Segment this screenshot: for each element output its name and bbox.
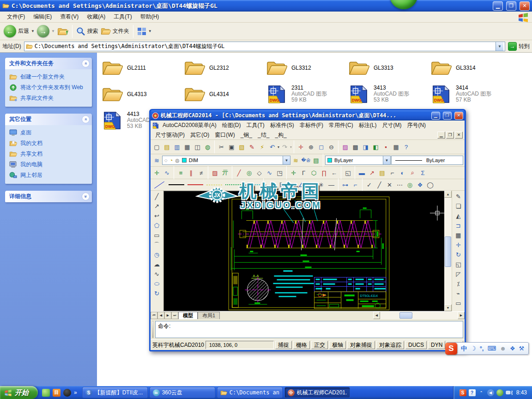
layer-states-icon[interactable] <box>291 156 301 165</box>
quicklaunch-360-icon[interactable] <box>42 389 50 397</box>
sheet-set-icon[interactable] <box>381 142 391 151</box>
radius-dim-icon[interactable] <box>398 168 407 177</box>
insert-block-icon[interactable] <box>275 168 284 177</box>
ducs-toggle[interactable]: DUCS <box>405 341 427 349</box>
hatch-icon[interactable] <box>210 168 220 177</box>
cad-menu-serial[interactable]: 序号(N) <box>404 121 429 130</box>
divide-icon[interactable] <box>286 180 296 189</box>
canvas-hscrollbar[interactable]: ◀ ▶ <box>373 312 465 319</box>
back-button[interactable]: ← 后退 ▼ <box>4 25 35 37</box>
zoom-realtime-icon[interactable] <box>306 142 316 151</box>
close-button[interactable]: ✕ <box>520 1 530 11</box>
ime-language-toggle[interactable]: 中 <box>461 345 467 353</box>
match-properties-icon[interactable] <box>247 142 257 151</box>
publish-icon[interactable] <box>203 142 212 151</box>
quicklaunch-overflow-icon[interactable]: » <box>74 389 77 396</box>
arrow-icon[interactable] <box>329 168 339 177</box>
ime-account-icon[interactable]: ☻ <box>500 345 506 352</box>
node-icon[interactable] <box>340 180 350 189</box>
collapse-chevron-icon[interactable]: » <box>82 115 90 123</box>
clock[interactable]: 8:43 <box>516 389 527 396</box>
osnap-endpoint-icon[interactable] <box>364 180 374 189</box>
tab-model[interactable]: 模型 <box>178 312 198 319</box>
leader-icon[interactable] <box>299 168 308 177</box>
osnap-quadrant-icon[interactable] <box>415 180 425 189</box>
restore-button[interactable]: ❐ <box>506 1 516 11</box>
trim-icon[interactable] <box>453 279 464 289</box>
file-tile-gl4314[interactable]: GL4314 <box>181 82 264 106</box>
zoom-previous-icon[interactable] <box>326 142 336 151</box>
file-tile-gl2312[interactable]: GL2312 <box>181 56 264 79</box>
dyn-toggle[interactable]: DYN <box>428 341 445 349</box>
designcenter-icon[interactable] <box>371 142 381 151</box>
taskbar-task-cad[interactable]: ✣ 机械工程师CAD201... <box>284 387 350 398</box>
cad-menu-draw[interactable]: 绘图(D) <box>219 121 244 130</box>
cad-menu-gou[interactable]: _构_ <box>272 130 289 140</box>
color-combo-dropdown-icon[interactable]: ▼ <box>383 156 390 164</box>
sum-icon[interactable] <box>418 168 428 177</box>
rotate-icon[interactable] <box>453 250 464 260</box>
cad-menu-annotate[interactable]: 标注(L) <box>356 121 380 130</box>
up-button[interactable] <box>57 26 68 36</box>
arc-icon[interactable] <box>151 240 162 250</box>
polar-toggle[interactable]: 极轴 <box>329 341 346 349</box>
text-block-icon[interactable] <box>357 168 367 177</box>
layer-isolate-icon[interactable] <box>311 156 321 165</box>
tab-first-icon[interactable]: ⏮ <box>151 312 157 319</box>
place-network[interactable]: 网上邻居 <box>9 172 89 179</box>
rectangle-icon[interactable] <box>151 230 162 240</box>
otrack-toggle[interactable]: 对象追踪 <box>376 341 404 349</box>
parallel-lines-icon[interactable] <box>176 168 186 177</box>
address-dropdown-icon[interactable]: ▼ <box>496 42 503 51</box>
zoom-window-icon[interactable] <box>316 142 326 151</box>
offset-icon[interactable] <box>453 221 464 230</box>
taskbar-task-360cloud[interactable]: ∞ 360云盘 <box>150 387 215 398</box>
block-editor-icon[interactable] <box>257 142 267 151</box>
line-icon[interactable] <box>151 192 162 201</box>
concentric-icon[interactable] <box>244 168 254 177</box>
expand-chevron-icon[interactable]: » <box>82 193 90 200</box>
dash-icon[interactable] <box>326 180 336 189</box>
line-sample-yellow-icon[interactable] <box>206 185 222 185</box>
color-combo[interactable]: ByLayer ▼ <box>325 156 391 165</box>
cad-close-button[interactable]: ✕ <box>454 112 463 120</box>
mirror-icon[interactable] <box>453 211 464 221</box>
ime-fullhalf-moon-icon[interactable]: ☽ <box>471 345 476 352</box>
file-tile-3413[interactable]: DWG 3413AutoCAD 图形53 KB <box>346 82 428 106</box>
undo-icon[interactable] <box>267 142 277 151</box>
command-grip[interactable] <box>152 321 154 338</box>
address-input[interactable]: C:\Documents and Settings\Administrator\… <box>24 42 505 51</box>
line-sample-thick-icon[interactable] <box>169 184 184 185</box>
tab-last-icon[interactable]: ⏭ <box>171 312 178 319</box>
shape-icon[interactable] <box>254 168 264 177</box>
preview-icon[interactable] <box>193 142 202 151</box>
cad-menu-common-parts[interactable]: 常用件(C) <box>326 121 356 130</box>
tray-help-icon[interactable]: ? <box>469 389 476 396</box>
place-my-computer[interactable]: 我的电脑 <box>9 161 89 168</box>
copy-icon[interactable] <box>453 201 464 211</box>
layer-combo-dropdown-icon[interactable]: ▼ <box>283 156 290 164</box>
layers-stack-icon[interactable] <box>306 180 316 189</box>
file-tile-gl3313[interactable]: GL3313 <box>346 56 428 79</box>
corner-icon[interactable] <box>351 180 360 189</box>
osnap-toggle[interactable]: 对象捕捉 <box>347 341 375 349</box>
layer-properties-icon[interactable] <box>152 156 162 165</box>
ime-punctuation-icon[interactable]: °, <box>480 345 484 352</box>
folders-button[interactable]: 文件夹 <box>101 27 129 36</box>
osnap-tangent-icon[interactable] <box>425 180 435 189</box>
plot-icon[interactable] <box>182 142 192 151</box>
open-icon[interactable] <box>162 142 172 151</box>
drawing-canvas[interactable]: A-A <box>163 191 444 311</box>
back-dropdown-icon[interactable]: ▼ <box>31 29 35 33</box>
ellipse-icon[interactable] <box>151 279 162 289</box>
canvas-vscrollbar[interactable]: ▲ ▼ <box>444 191 452 311</box>
mdi-restore-button[interactable]: ❐ <box>446 132 454 139</box>
save-icon[interactable] <box>172 142 182 151</box>
command-input[interactable]: 命令: <box>155 321 463 338</box>
text-style-icon[interactable] <box>340 142 350 151</box>
cad-titlebar[interactable]: 机械工程师CAD2014 - [C:\Documents and Setting… <box>151 110 465 121</box>
redo-dropdown-icon[interactable]: ▾ <box>290 145 292 149</box>
views-button[interactable]: ▼ <box>137 27 152 36</box>
section-line-icon[interactable] <box>196 168 206 177</box>
tray-expand-icon[interactable]: ⌃ <box>478 389 485 396</box>
